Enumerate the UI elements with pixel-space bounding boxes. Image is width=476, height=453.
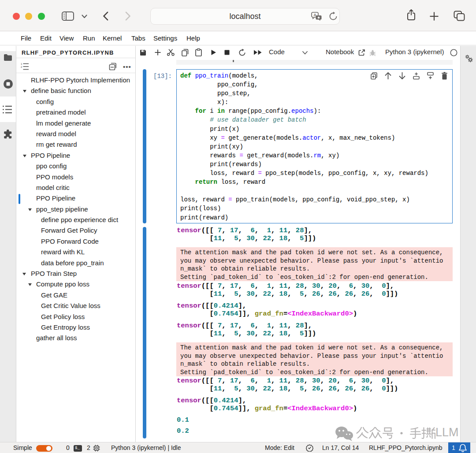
svg-text:2: 2 <box>21 66 22 68</box>
svg-text:1: 1 <box>21 63 22 65</box>
